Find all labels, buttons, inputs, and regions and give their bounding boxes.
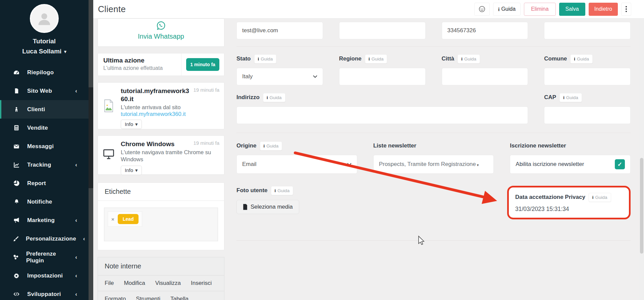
sidebar-item-label: Riepilogo: [27, 69, 54, 76]
info-i-icon: i: [267, 95, 268, 100]
liste-newsletter-multiselect[interactable]: Prospects, Tramite form Registrazione ▾: [373, 155, 494, 174]
guida-text: Guida: [266, 143, 278, 148]
indietro-button[interactable]: Indietro: [589, 3, 618, 16]
citta-guida-badge[interactable]: iGuida: [458, 54, 480, 63]
elimina-button[interactable]: Elimina: [524, 3, 555, 16]
sidebar-item-impostazioni[interactable]: Impostazioni ‹: [0, 266, 89, 285]
iscrizione-newsletter-field: Abilita iscrizione newsletter ✓: [510, 155, 631, 174]
sidebar-item-label: Clienti: [27, 106, 45, 113]
citta-input[interactable]: [442, 68, 528, 85]
sidebar-nav: Riepilogo Sito Web ‹ Clienti Vendite Mes…: [0, 63, 89, 300]
sidebar-item-label: Messaggi: [27, 143, 54, 150]
sidebar-item-marketing[interactable]: Marketing ‹: [0, 211, 89, 229]
sidebar-item-clienti[interactable]: Clienti: [0, 100, 89, 119]
info-dropdown-button[interactable]: Info ▾: [121, 166, 142, 175]
regione-input[interactable]: [339, 68, 426, 85]
sidebar-item-label: Impostazioni: [27, 272, 63, 279]
menu-visualizza[interactable]: Visualizza: [155, 280, 181, 287]
activity-item: tutorial.myframework360.it 19 minuti fa …: [98, 82, 224, 129]
chevron-down-icon: [313, 75, 317, 78]
header: Cliente iGuida Elimina Salva Indietro: [93, 0, 644, 18]
guida-text: Guida: [277, 188, 289, 193]
page-scrollbar-thumb[interactable]: [640, 158, 643, 254]
stato-select[interactable]: Italy: [236, 68, 323, 85]
megaphone-icon: [13, 217, 20, 223]
pie-chart-icon: [13, 180, 20, 186]
sidebar-item-sviluppatori[interactable]: Sviluppatori ‹: [0, 285, 89, 300]
seleziona-media-button[interactable]: Seleziona media: [236, 200, 299, 214]
avatar[interactable]: [30, 4, 59, 33]
menu-modifica[interactable]: Modifica: [124, 280, 145, 287]
comune-input[interactable]: [544, 68, 631, 85]
sidebar-item-report[interactable]: Report: [0, 174, 89, 192]
chevron-left-icon: ‹: [75, 254, 77, 261]
sidebar-item-vendite[interactable]: Vendite: [0, 119, 89, 137]
sidebar-scrollbar-thumb[interactable]: [89, 87, 93, 188]
indirizzo-input[interactable]: [236, 106, 528, 124]
user-menu[interactable]: Luca Sollami ▾: [0, 48, 89, 55]
cap-guida-badge[interactable]: iGuida: [559, 93, 582, 102]
menu-strumenti[interactable]: Strumenti: [136, 296, 160, 300]
tag-remove-icon[interactable]: ×: [111, 216, 114, 222]
phone-input[interactable]: [442, 22, 528, 39]
menu-tabella[interactable]: Tabella: [170, 296, 189, 300]
info-i-icon: i: [498, 6, 499, 12]
sidebar-item-sito-web[interactable]: Sito Web ‹: [0, 82, 89, 100]
origine-label: Origine: [236, 142, 257, 149]
origine-select[interactable]: Email: [236, 155, 357, 174]
newsletter-checkbox[interactable]: ✓: [615, 159, 625, 169]
stato-label: Stato: [236, 55, 251, 62]
kebab-menu-button[interactable]: [621, 3, 631, 16]
tags-input-area[interactable]: × Lead: [104, 208, 218, 241]
liste-newsletter-label: Liste newsletter: [373, 142, 417, 149]
info-i-icon: i: [461, 56, 463, 61]
sidebar-item-label: Sviluppatori: [27, 291, 61, 298]
internal-notes-card: Note interne File Modifica Visualizza In…: [98, 257, 224, 300]
sidebar-item-tracking[interactable]: Tracking ‹: [0, 156, 89, 174]
labels-card-title: Etichette: [98, 183, 224, 201]
salva-button[interactable]: Salva: [559, 3, 585, 16]
activity-title: tutorial.myframework360.it: [121, 87, 191, 103]
chevron-left-icon: ‹: [75, 272, 77, 279]
activity-time: 19 minuti fa: [191, 140, 219, 148]
file-icon: [243, 204, 248, 210]
menu-file[interactable]: File: [105, 280, 114, 287]
sidebar-item-label: Vendite: [27, 125, 48, 131]
foto-utente-guida-badge[interactable]: iGuida: [271, 186, 293, 195]
privacy-label: Data accettazione Privacy: [515, 194, 585, 201]
avatar-person-icon: [36, 10, 53, 27]
sidebar-item-notifiche[interactable]: Notifiche: [0, 192, 89, 211]
indirizzo-guida-badge[interactable]: iGuida: [263, 93, 285, 102]
empty-input-1[interactable]: [339, 22, 426, 39]
sidebar-item-personalizzazione[interactable]: Personalizzazione ‹: [0, 229, 89, 248]
email-input[interactable]: [236, 22, 323, 39]
menu-inserisci[interactable]: Inserisci: [191, 280, 212, 287]
info-dropdown-button[interactable]: Info ▾: [121, 120, 142, 129]
origine-guida-badge[interactable]: iGuida: [260, 141, 282, 151]
sidebar-item-messaggi[interactable]: Messaggi: [0, 137, 89, 156]
comune-guida-badge[interactable]: iGuida: [570, 54, 593, 63]
regione-guida-badge[interactable]: iGuida: [365, 54, 387, 63]
menu-formato[interactable]: Formato: [105, 296, 126, 300]
regione-label: Regione: [339, 55, 362, 62]
cap-input[interactable]: [544, 106, 631, 124]
empty-input-2[interactable]: [544, 22, 631, 39]
activity-item: Chrome Windows 19 minuti fa L'utente nav…: [98, 135, 224, 175]
privacy-guida-badge[interactable]: iGuida: [589, 193, 611, 202]
activity-text: L'utente arrivava dal sito: [121, 104, 219, 111]
guida-text: Guida: [595, 195, 607, 200]
info-i-icon: i: [592, 195, 594, 200]
stato-guida-badge[interactable]: iGuida: [254, 54, 277, 63]
sidebar-item-preferenze-plugin[interactable]: Preferenze Plugin ‹: [0, 248, 89, 266]
activity-link[interactable]: tutorial.myframework360.it: [121, 111, 219, 117]
client-form: Stato iGuida Italy Regione iGuida Città …: [236, 18, 631, 219]
sidebar-item-riepilogo[interactable]: Riepilogo: [0, 63, 89, 82]
calculator-icon: [13, 125, 20, 131]
chevron-left-icon: ‹: [83, 235, 85, 242]
guida-button[interactable]: iGuida: [493, 3, 521, 16]
workspace-name: Tutorial: [0, 38, 89, 45]
chevron-left-icon: ‹: [75, 291, 77, 298]
last-action-subtitle: L'ultima azione effettuata: [103, 65, 176, 71]
send-whatsapp-button[interactable]: Invia Whatsapp: [98, 18, 224, 47]
emoji-button[interactable]: [474, 3, 490, 16]
